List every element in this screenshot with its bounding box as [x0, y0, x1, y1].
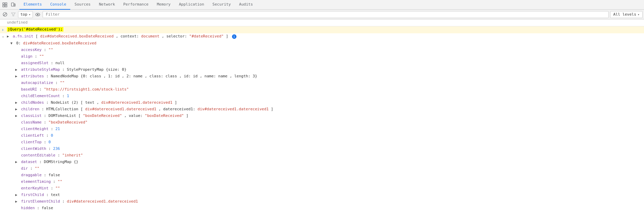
row-content: className : "boxDateReceived" [6, 120, 644, 125]
list-item: ◂ a.fn.init [ div#dateReceived.boxDateRe… [0, 33, 644, 40]
row-content: autocapitalize : "" [6, 80, 644, 86]
row-gutter [0, 179, 6, 179]
list-item: accessKey : "" [0, 47, 644, 53]
list-item: clientTop : 0 [0, 139, 644, 146]
row-content: dataset : DOMStringMap {} [6, 159, 644, 165]
expand-icon[interactable] [15, 67, 19, 73]
row-content: assignedSlot : null [6, 60, 644, 66]
list-item: children : HTMLCollection [ div#daterece… [0, 106, 644, 113]
console-content: undefined › jQuery('#dateReceived'); ◂ a… [0, 19, 644, 213]
show-network-button[interactable] [34, 11, 41, 18]
row-content: hidden : false [6, 205, 644, 211]
row-gutter [0, 153, 6, 153]
row-content: clientTop : 0 [6, 139, 644, 145]
list-item: firstChild : text [0, 192, 644, 198]
inspect-element-button[interactable] [1, 1, 8, 8]
expand-icon[interactable] [15, 106, 19, 112]
list-item: baseURI : "https://firstsight1.com/stock… [0, 86, 644, 93]
list-item: align : "" [0, 53, 644, 60]
expand-icon[interactable] [15, 199, 19, 204]
list-item: clientWidth : 236 [0, 146, 644, 152]
info-icon[interactable]: i [232, 34, 236, 39]
list-item: childElementCount : 1 [0, 93, 644, 100]
filter-button[interactable] [10, 11, 17, 18]
expand-icon[interactable] [15, 159, 19, 165]
row-gutter: ◂ [0, 34, 6, 40]
row-content: firstChild : text [6, 192, 644, 198]
list-item: enterKeyHint : "" [0, 185, 644, 192]
list-item: draggable : false [0, 172, 644, 179]
tab-elements[interactable]: Elements [19, 0, 46, 10]
row-content: accessKey : "" [6, 47, 644, 53]
level-selector[interactable]: All levels ▾ [610, 11, 643, 18]
row-gutter [0, 133, 6, 133]
row-content: clientWidth : 236 [6, 146, 644, 152]
row-content: children : HTMLCollection [ div#daterece… [6, 106, 644, 112]
row-content: 0: div#dateReceived.boxDateReceived [6, 41, 644, 46]
svg-marker-8 [11, 13, 15, 16]
expand-icon[interactable] [7, 34, 10, 39]
row-gutter [0, 120, 6, 120]
list-item: contentEditable : "inherit" [0, 152, 644, 159]
row-content: align : "" [6, 54, 644, 59]
filter-input[interactable] [43, 11, 609, 18]
expand-icon[interactable] [15, 192, 19, 198]
row-content: baseURI : "https://firstsight1.com/stock… [6, 87, 644, 92]
tab-sources[interactable]: Sources [70, 0, 95, 10]
expand-icon[interactable] [15, 74, 19, 79]
list-item: hidden : false [0, 205, 644, 212]
svg-rect-5 [14, 4, 15, 6]
list-item: clientLeft : 0 [0, 133, 644, 139]
row-gutter [0, 139, 6, 140]
tab-audits[interactable]: Audits [235, 0, 257, 10]
row-gutter [0, 93, 6, 94]
svg-rect-0 [3, 3, 5, 5]
row-gutter [0, 126, 6, 127]
svg-rect-3 [5, 5, 7, 7]
row-content: elementTiming : "" [6, 179, 644, 185]
row-gutter [0, 54, 6, 54]
expand-icon[interactable] [10, 41, 14, 46]
row-gutter [0, 47, 6, 48]
row-gutter [0, 199, 6, 199]
tab-security[interactable]: Security [208, 0, 235, 10]
context-selector[interactable]: top ▾ [18, 11, 33, 18]
list-item: id : "dateReceived" [0, 212, 644, 213]
svg-rect-4 [11, 3, 14, 6]
row-gutter [0, 166, 6, 166]
right-arrow-icon: › [1, 27, 4, 33]
chevron-down-icon: ▾ [638, 13, 639, 16]
toolbar: top ▾ All levels ▾ [0, 10, 644, 19]
row-gutter [0, 20, 6, 20]
row-content: clientHeight : 21 [6, 126, 644, 132]
list-item: elementTiming : "" [0, 179, 644, 185]
tab-bar: Elements Console Sources Network Perform… [0, 0, 644, 10]
row-gutter [0, 186, 6, 186]
row-gutter [0, 87, 6, 87]
tab-memory[interactable]: Memory [153, 0, 175, 10]
clear-console-button[interactable] [1, 11, 8, 18]
tab-bar-icons [1, 1, 17, 8]
tab-application[interactable]: Application [175, 0, 208, 10]
row-content: jQuery('#dateReceived'); [6, 27, 644, 32]
tab-performance[interactable]: Performance [119, 0, 153, 10]
row-content: a.fn.init [ div#dateReceived.boxDateRece… [6, 34, 644, 39]
row-gutter [0, 80, 6, 80]
tab-console[interactable]: Console [46, 0, 70, 10]
row-content: dir : "" [6, 166, 644, 171]
row-gutter [0, 60, 6, 61]
expand-icon[interactable] [15, 100, 19, 105]
row-gutter [0, 192, 6, 193]
list-item: undefined [0, 19, 644, 26]
row-gutter [0, 212, 6, 212]
svg-rect-1 [5, 3, 7, 5]
row-content: childElementCount : 1 [6, 93, 644, 99]
device-toolbar-button[interactable] [10, 1, 17, 8]
row-gutter [0, 41, 6, 41]
row-content: enterKeyHint : "" [6, 186, 644, 191]
chevron-down-icon: ▾ [29, 13, 30, 16]
list-item: dir : "" [0, 165, 644, 172]
expand-icon[interactable] [15, 113, 19, 119]
tab-network[interactable]: Network [95, 0, 119, 10]
row-content: childNodes : NodeList (2) [ text , div#d… [6, 100, 644, 105]
